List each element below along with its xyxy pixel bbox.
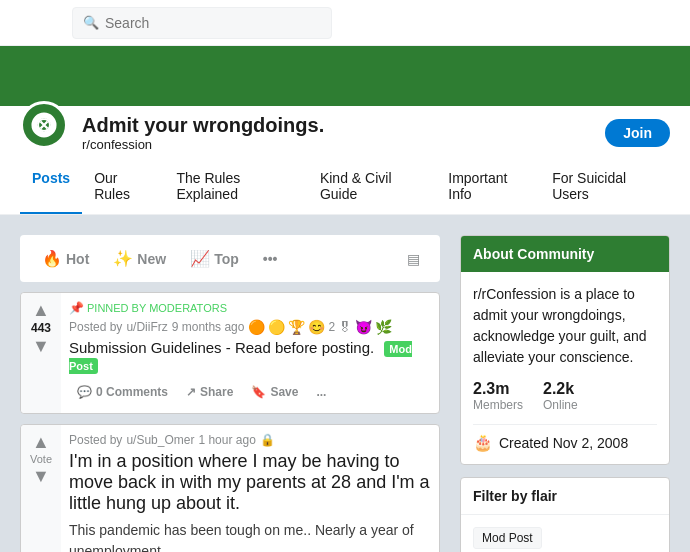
comments-count: 0 Comments <box>96 385 168 399</box>
tab-suicidal-users[interactable]: For Suicidal Users <box>540 160 670 214</box>
sort-more[interactable]: ••• <box>253 245 288 273</box>
subreddit-icon <box>20 101 68 149</box>
main-content: 🔥 Hot ✨ New 📈 Top ••• ▤ ▲ 443 <box>0 215 690 552</box>
cake-icon: 🎂 <box>473 433 493 452</box>
members-label: Members <box>473 398 523 412</box>
vote-count: 443 <box>31 321 51 335</box>
topbar: 🔍 <box>0 0 690 46</box>
emoji-2: 🟡 <box>268 319 285 335</box>
flair-body: Mod Post <box>461 515 669 552</box>
search-bar[interactable]: 🔍 <box>72 7 332 39</box>
online-label: Online <box>543 398 578 412</box>
post-title-personal[interactable]: I'm in a position where I may be having … <box>69 451 431 514</box>
post-meta-pinned: 📌 PINNED BY MODERATORS <box>69 301 431 315</box>
post-author: Posted by <box>69 320 122 334</box>
flair-header: Filter by flair <box>461 478 669 515</box>
emoji-row: 🟠 🟡 🏆 😊 2 🎖 😈 🌿 <box>248 319 392 335</box>
view-icon: ▤ <box>407 251 420 267</box>
post-author-meta-2: Posted by u/Sub_Omer 1 hour ago 🔒 <box>69 433 431 447</box>
sort-bar: 🔥 Hot ✨ New 📈 Top ••• ▤ <box>20 235 440 282</box>
subreddit-nav: Posts Our Rules The Rules Explained Kind… <box>0 160 690 215</box>
emoji-7: 🌿 <box>375 319 392 335</box>
sort-new-label: New <box>137 251 166 267</box>
tab-our-rules[interactable]: Our Rules <box>82 160 164 214</box>
tab-important-info[interactable]: Important Info <box>436 160 540 214</box>
posted-by-2: Posted by <box>69 433 122 447</box>
post-title-pinned[interactable]: Submission Guidelines - Read before post… <box>69 339 431 373</box>
emoji-count: 2 <box>328 320 335 334</box>
members-value: 2.3m <box>473 380 523 398</box>
upvote-button[interactable]: ▲ <box>32 301 50 319</box>
new-icon: ✨ <box>113 249 133 268</box>
more-button[interactable]: ... <box>308 379 334 405</box>
post-pinned: ▲ 443 ▼ 📌 PINNED BY MODERATORS Posted by… <box>20 292 440 414</box>
flair-card: Filter by flair Mod Post <box>460 477 670 552</box>
comment-icon: 💬 <box>77 385 92 399</box>
save-button[interactable]: 🔖 Save <box>243 379 306 405</box>
sort-more-label: ••• <box>263 251 278 267</box>
vote-column: ▲ 443 ▼ <box>21 293 61 413</box>
sort-top-label: Top <box>214 251 239 267</box>
community-card: About Community r/rConfession is a place… <box>460 235 670 465</box>
vote-column-2: ▲ Vote ▼ <box>21 425 61 552</box>
share-icon: ↗ <box>186 385 196 399</box>
online-value: 2.2k <box>543 380 578 398</box>
join-button[interactable]: Join <box>605 119 670 147</box>
post-body-personal: Posted by u/Sub_Omer 1 hour ago 🔒 I'm in… <box>61 425 439 552</box>
post-text-personal: This pandemic has been tough on me.. Nea… <box>69 520 431 552</box>
search-icon: 🔍 <box>83 15 99 30</box>
post-actions-pinned: 💬 0 Comments ↗ Share 🔖 Save ... <box>69 379 431 405</box>
downvote-button[interactable]: ▼ <box>32 337 50 355</box>
community-stats: 2.3m Members 2.2k Online <box>473 380 657 412</box>
hot-icon: 🔥 <box>42 249 62 268</box>
emoji-1: 🟠 <box>248 319 265 335</box>
save-icon: 🔖 <box>251 385 266 399</box>
community-card-header: About Community <box>461 236 669 272</box>
emoji-4: 😊 <box>308 319 325 335</box>
pin-icon: 📌 <box>69 301 84 315</box>
subreddit-header: Admit your wrongdoings. r/confession Joi… <box>0 106 690 160</box>
emoji-6: 😈 <box>355 319 372 335</box>
top-icon: 📈 <box>190 249 210 268</box>
created-row: 🎂 Created Nov 2, 2008 <box>473 424 657 452</box>
search-input[interactable] <box>105 15 321 31</box>
stat-members: 2.3m Members <box>473 380 523 412</box>
created-label: Created Nov 2, 2008 <box>499 435 628 451</box>
comments-button[interactable]: 💬 0 Comments <box>69 379 176 405</box>
sort-hot[interactable]: 🔥 Hot <box>32 243 99 274</box>
vote-label-2: Vote <box>30 453 52 465</box>
sidebar: About Community r/rConfession is a place… <box>460 235 670 552</box>
post-username[interactable]: u/DiiFrz <box>126 320 167 334</box>
feed-view-menu[interactable]: ▤ <box>399 245 428 273</box>
emoji-3: 🏆 <box>288 319 305 335</box>
subreddit-banner <box>0 46 690 106</box>
sort-top[interactable]: 📈 Top <box>180 243 249 274</box>
emoji-5: 🎖 <box>338 319 352 335</box>
post-personal: ▲ Vote ▼ Posted by u/Sub_Omer 1 hour ago… <box>20 424 440 552</box>
post-author-meta: Posted by u/DiiFrz 9 months ago 🟠 🟡 🏆 😊 … <box>69 319 431 335</box>
subreddit-name: r/confession <box>82 137 324 152</box>
downvote-button-2[interactable]: ▼ <box>32 467 50 485</box>
flair-tag[interactable]: Mod Post <box>473 527 542 549</box>
sort-hot-label: Hot <box>66 251 89 267</box>
subreddit-info: Admit your wrongdoings. r/confession <box>82 114 324 152</box>
post-body-pinned: 📌 PINNED BY MODERATORS Posted by u/DiiFr… <box>61 293 439 413</box>
tab-rules-explained[interactable]: The Rules Explained <box>164 160 308 214</box>
pinned-label: 📌 PINNED BY MODERATORS <box>69 301 227 315</box>
community-card-body: r/rConfession is a place to admit your w… <box>461 272 669 464</box>
post-time-2: 1 hour ago <box>198 433 255 447</box>
subreddit-title: Admit your wrongdoings. <box>82 114 324 137</box>
upvote-button-2[interactable]: ▲ <box>32 433 50 451</box>
post-para-1: This pandemic has been tough on me.. Nea… <box>69 520 431 552</box>
share-button[interactable]: ↗ Share <box>178 379 241 405</box>
post-lock-icon: 🔒 <box>260 433 275 447</box>
community-desc: r/rConfession is a place to admit your w… <box>473 284 657 368</box>
tab-posts[interactable]: Posts <box>20 160 82 214</box>
stat-online: 2.2k Online <box>543 380 578 412</box>
feed: 🔥 Hot ✨ New 📈 Top ••• ▤ ▲ 443 <box>20 235 440 552</box>
post-time: 9 months ago <box>172 320 245 334</box>
sort-new[interactable]: ✨ New <box>103 243 176 274</box>
post-username-2[interactable]: u/Sub_Omer <box>126 433 194 447</box>
tab-kind-civil[interactable]: Kind & Civil Guide <box>308 160 436 214</box>
